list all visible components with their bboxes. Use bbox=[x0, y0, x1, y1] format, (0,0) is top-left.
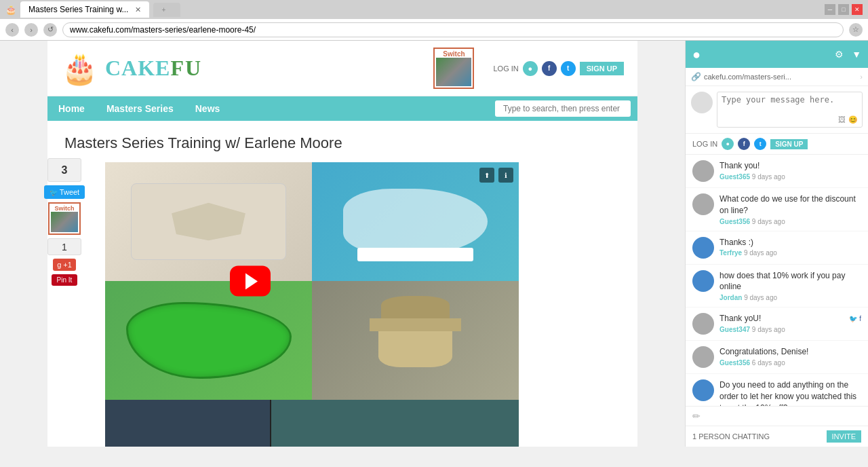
pin-button[interactable]: Pin It bbox=[52, 274, 78, 286]
chat-status-bar: 1 PERSON CHATTING INVITE bbox=[686, 426, 868, 447]
main-layout: 🎂 CAKEFU Switch LOG IN ● f t bbox=[0, 41, 868, 447]
video-cell-1 bbox=[105, 162, 312, 281]
info-icon[interactable]: ℹ bbox=[498, 168, 513, 183]
share-icon[interactable]: ⬆ bbox=[479, 168, 494, 183]
video-controls: ⬆ ℹ bbox=[479, 168, 513, 183]
tab-close-icon[interactable]: ✕ bbox=[135, 5, 141, 14]
msg-avatar-3 bbox=[692, 237, 714, 259]
chat-login-teal[interactable]: ● bbox=[722, 138, 734, 150]
chat-user-avatar bbox=[691, 92, 713, 113]
switch-box[interactable]: Switch bbox=[433, 48, 474, 89]
msg-sender-3: Terfrye bbox=[719, 249, 742, 257]
one-count: 1 bbox=[47, 238, 81, 255]
msg-meta-3: Terfrye 9 days ago bbox=[719, 249, 861, 257]
msg-text-4: how does that 10% work if you pay online bbox=[719, 270, 861, 293]
switch-image bbox=[436, 58, 471, 86]
site-logo: 🎂 CAKEFU bbox=[61, 51, 202, 86]
msg-text-5: Thank yoU! 🐦 f bbox=[719, 313, 861, 324]
chat-input-wrapper: 🖼 😊 bbox=[717, 92, 863, 128]
signup-button[interactable]: SIGN UP bbox=[580, 62, 624, 75]
login-twitter-icon[interactable]: t bbox=[561, 61, 576, 76]
chat-logo: ● bbox=[692, 47, 701, 62]
forward-button[interactable]: › bbox=[24, 23, 38, 37]
page-center: 🎂 CAKEFU Switch LOG IN ● f t bbox=[47, 41, 637, 447]
inactive-tab[interactable]: + bbox=[153, 3, 180, 17]
msg-time-5: 9 days ago bbox=[752, 326, 785, 333]
video-grid bbox=[105, 162, 519, 400]
msg-sender-6: Guest356 bbox=[719, 359, 750, 367]
login-facebook-icon[interactable]: f bbox=[542, 61, 557, 76]
chat-login-fb[interactable]: f bbox=[738, 138, 750, 150]
chat-login-twitter[interactable]: t bbox=[754, 138, 766, 150]
msg-content-1: Thank you! Guest365 9 days ago bbox=[719, 160, 861, 182]
switch-social-box[interactable]: Switch bbox=[48, 202, 81, 235]
chat-emoji-icon[interactable]: 😊 bbox=[848, 115, 858, 124]
nav-masters-series[interactable]: Masters Series bbox=[96, 96, 184, 121]
search-box bbox=[495, 100, 631, 117]
video-bottom-strip bbox=[105, 400, 519, 447]
window-controls: ─ □ ✕ bbox=[825, 4, 863, 15]
chat-image-icon[interactable]: 🖼 bbox=[838, 115, 846, 124]
minimize-button[interactable]: ─ bbox=[825, 4, 835, 15]
chat-signup-button[interactable]: SIGN UP bbox=[770, 139, 808, 149]
play-button-overlay[interactable] bbox=[230, 266, 271, 297]
gplus-button[interactable]: g +1 bbox=[53, 259, 76, 271]
invite-button[interactable]: INVITE bbox=[827, 430, 861, 443]
chat-footer-input[interactable] bbox=[705, 412, 861, 420]
nav-links: Home Masters Series News bbox=[47, 96, 231, 121]
chat-message-7: Do you need to add anything on the order… bbox=[686, 374, 868, 406]
logo-fu: FU bbox=[170, 56, 202, 80]
maximize-button[interactable]: □ bbox=[838, 4, 849, 15]
back-button[interactable]: ‹ bbox=[5, 23, 19, 37]
chat-message-3: Thanks :) Terfrye 9 days ago bbox=[686, 231, 868, 265]
page-content: 🎂 CAKEFU Switch LOG IN ● f t bbox=[0, 41, 685, 447]
chat-url-text: cakefu.com/masters-seri... bbox=[704, 73, 857, 81]
active-tab[interactable]: Masters Series Training w... ✕ bbox=[20, 1, 149, 18]
msg-text-7: Do you need to add anything on the order… bbox=[719, 379, 861, 406]
green-mold-piece bbox=[126, 302, 292, 379]
msg-text-2: What code do we use for the discount on … bbox=[719, 193, 861, 217]
title-bar: 🎂 Masters Series Training w... ✕ + ─ □ ✕ bbox=[0, 0, 868, 19]
tweet-button[interactable]: 🐦 Tweet bbox=[44, 185, 85, 199]
msg-avatar-5 bbox=[692, 313, 714, 335]
login-teal-icon[interactable]: ● bbox=[523, 61, 538, 76]
refresh-button[interactable]: ↺ bbox=[43, 23, 57, 37]
nav-news[interactable]: News bbox=[184, 96, 231, 121]
chat-message-6: Congratulations, Denise! Guest356 6 days… bbox=[686, 341, 868, 374]
msg-meta-1: Guest365 9 days ago bbox=[719, 173, 861, 181]
chat-messages: Thank you! Guest365 9 days ago What code… bbox=[686, 155, 868, 406]
chat-settings-icon[interactable]: ⚙ bbox=[835, 49, 844, 60]
pencil-icon: ✏ bbox=[692, 411, 701, 422]
chat-collapse-icon[interactable]: ▼ bbox=[852, 49, 861, 60]
msg-content-4: how does that 10% work if you pay online… bbox=[719, 270, 861, 302]
facebook-share-icon: f bbox=[859, 314, 861, 324]
msg-time-2: 9 days ago bbox=[752, 218, 785, 225]
msg-meta-2: Guest356 9 days ago bbox=[719, 218, 861, 225]
play-button[interactable] bbox=[230, 266, 271, 297]
chat-url-icon: 🔗 bbox=[691, 72, 701, 81]
msg-sender-5: Guest347 bbox=[719, 326, 750, 333]
page-inner: Masters Series Training w/ Earlene Moore… bbox=[47, 121, 637, 447]
msg-content-3: Thanks :) Terfrye 9 days ago bbox=[719, 237, 861, 259]
chat-input-icons: 🖼 😊 bbox=[722, 115, 858, 124]
video-container[interactable]: ⬆ ℹ bbox=[105, 162, 519, 400]
msg-sender-4: Jordan bbox=[719, 294, 742, 301]
msg-content-5: Thank yoU! 🐦 f Guest347 9 days ago bbox=[719, 313, 861, 335]
video-area: ⬆ ℹ bbox=[105, 162, 620, 447]
nav-home[interactable]: Home bbox=[47, 96, 96, 121]
msg-avatar-7 bbox=[692, 379, 714, 401]
chat-footer: ✏ bbox=[686, 406, 868, 426]
url-input[interactable] bbox=[62, 22, 844, 37]
bookmark-button[interactable]: ☆ bbox=[849, 23, 863, 37]
msg-meta-5: Guest347 9 days ago bbox=[719, 326, 861, 333]
chat-message-input[interactable] bbox=[722, 95, 858, 115]
tweet-count: 3 bbox=[47, 158, 81, 182]
video-cell-3 bbox=[105, 281, 312, 400]
search-input[interactable] bbox=[495, 100, 631, 117]
msg-time-4: 9 days ago bbox=[744, 294, 777, 301]
chat-panel: ● ⚙ ▼ 🔗 cakefu.com/masters-seri... › 🖼 😊… bbox=[685, 41, 868, 447]
login-text: LOG IN bbox=[692, 140, 717, 148]
msg-icons-5: 🐦 f bbox=[849, 314, 861, 324]
close-button[interactable]: ✕ bbox=[852, 4, 863, 15]
address-bar: ‹ › ↺ ☆ bbox=[0, 19, 868, 41]
